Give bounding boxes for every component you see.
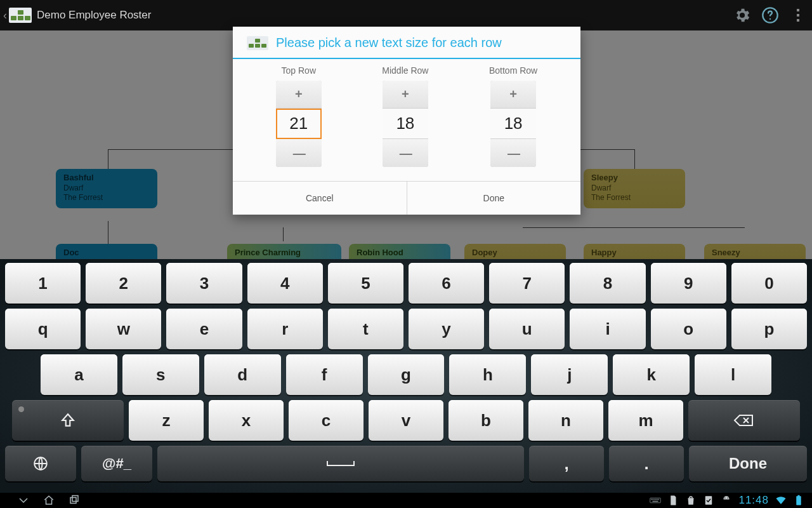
keyboard-status-icon[interactable] — [650, 495, 661, 506]
key-d[interactable]: d — [204, 354, 281, 395]
picker-label: Bottom Row — [489, 65, 537, 76]
picker-middle-row: Middle Row + 18 — — [382, 65, 428, 167]
help-icon[interactable] — [756, 0, 784, 30]
decrement-button[interactable]: — — [276, 139, 322, 167]
key-k[interactable]: k — [613, 354, 690, 395]
dialog-title: Please pick a new text size for each row — [276, 36, 502, 50]
back-button[interactable]: ‹ — [0, 0, 8, 30]
language-key[interactable] — [5, 446, 76, 481]
increment-button[interactable]: + — [383, 81, 428, 109]
cancel-button[interactable]: Cancel — [233, 182, 407, 215]
key-l[interactable]: l — [695, 354, 771, 395]
svg-point-14 — [724, 498, 726, 499]
key-y[interactable]: y — [409, 309, 484, 349]
shift-key[interactable] — [12, 400, 124, 441]
picker-label: Middle Row — [382, 65, 428, 76]
key-s[interactable]: s — [122, 354, 199, 395]
svg-rect-10 — [657, 499, 658, 500]
key-z[interactable]: z — [129, 400, 204, 441]
dialog-title-bar: Please pick a new text size for each row — [233, 27, 580, 58]
decrement-button[interactable]: — — [383, 139, 428, 167]
key-2[interactable]: 2 — [86, 263, 161, 304]
key-4[interactable]: 4 — [247, 263, 323, 304]
symbols-key[interactable]: @#_ — [81, 446, 152, 481]
key-9[interactable]: 9 — [651, 263, 726, 304]
hide-keyboard-icon[interactable] — [18, 495, 29, 506]
keyboard-done-key[interactable]: Done — [689, 446, 807, 481]
key-g[interactable]: g — [368, 354, 445, 395]
home-icon[interactable] — [43, 495, 55, 506]
app-icon[interactable] — [9, 8, 32, 23]
space-key[interactable] — [157, 446, 524, 481]
key-e[interactable]: e — [166, 309, 242, 349]
key-comma[interactable]: , — [529, 446, 604, 481]
task-icon — [703, 495, 714, 506]
key-b[interactable]: b — [449, 400, 523, 441]
key-period[interactable]: . — [609, 446, 684, 481]
svg-rect-16 — [796, 496, 801, 505]
key-x[interactable]: x — [209, 400, 284, 441]
svg-rect-12 — [653, 501, 658, 502]
key-6[interactable]: 6 — [409, 263, 484, 304]
picker-bottom-row: Bottom Row + 18 — — [489, 65, 537, 167]
key-n[interactable]: n — [528, 400, 603, 441]
overflow-menu-icon[interactable] — [784, 0, 812, 30]
key-7[interactable]: 7 — [489, 263, 565, 304]
picker-value-input[interactable]: 21 — [276, 109, 322, 139]
svg-rect-8 — [654, 499, 655, 500]
key-c[interactable]: c — [289, 400, 363, 441]
key-h[interactable]: h — [449, 354, 526, 395]
picker-label: Top Row — [282, 65, 316, 76]
key-r[interactable]: r — [247, 309, 323, 349]
app-icon — [247, 36, 268, 50]
key-1[interactable]: 1 — [5, 263, 81, 304]
increment-button[interactable]: + — [490, 81, 536, 109]
android-icon — [721, 495, 732, 506]
key-v[interactable]: v — [369, 400, 443, 441]
key-f[interactable]: f — [286, 354, 363, 395]
recent-apps-icon[interactable] — [69, 495, 80, 506]
increment-button[interactable]: + — [276, 81, 322, 109]
key-p[interactable]: p — [731, 309, 807, 349]
system-navigation-bar: 11:48 — [0, 493, 812, 508]
key-i[interactable]: i — [570, 309, 645, 349]
key-w[interactable]: w — [86, 309, 161, 349]
settings-icon[interactable] — [728, 0, 756, 30]
svg-rect-3 — [70, 498, 76, 504]
svg-rect-7 — [653, 499, 654, 500]
key-m[interactable]: m — [608, 400, 683, 441]
key-t[interactable]: t — [328, 309, 403, 349]
soft-keyboard: 1 2 3 4 5 6 7 8 9 0 q w e r t y u i o p … — [0, 259, 812, 493]
sd-card-icon — [667, 495, 679, 506]
svg-rect-11 — [658, 499, 660, 500]
svg-rect-13 — [705, 496, 712, 505]
dialog-actions: Cancel Done — [233, 181, 580, 215]
picker-value-input[interactable]: 18 — [383, 109, 428, 139]
key-0[interactable]: 0 — [731, 263, 807, 304]
action-bar: ‹ Demo Employee Roster — [0, 0, 812, 30]
key-j[interactable]: j — [531, 354, 608, 395]
text-size-dialog: Please pick a new text size for each row… — [233, 27, 580, 215]
key-o[interactable]: o — [651, 309, 726, 349]
key-5[interactable]: 5 — [328, 263, 403, 304]
shopping-icon — [685, 495, 697, 506]
done-button[interactable]: Done — [407, 182, 581, 215]
svg-point-15 — [728, 498, 729, 499]
backspace-key[interactable] — [688, 400, 800, 441]
wifi-icon — [775, 495, 787, 506]
svg-rect-6 — [652, 499, 653, 500]
key-a[interactable]: a — [41, 354, 117, 395]
svg-rect-17 — [798, 495, 800, 497]
decrement-button[interactable]: — — [490, 139, 536, 167]
key-8[interactable]: 8 — [570, 263, 645, 304]
battery-icon — [793, 495, 804, 506]
svg-point-1 — [769, 18, 771, 20]
status-clock: 11:48 — [738, 494, 769, 507]
picker-top-row: Top Row + 21 — — [276, 65, 322, 167]
picker-value-input[interactable]: 18 — [490, 109, 536, 139]
key-u[interactable]: u — [489, 309, 565, 349]
page-title: Demo Employee Roster — [37, 9, 728, 22]
key-q[interactable]: q — [5, 309, 81, 349]
key-3[interactable]: 3 — [166, 263, 242, 304]
space-bar-icon — [327, 461, 355, 466]
